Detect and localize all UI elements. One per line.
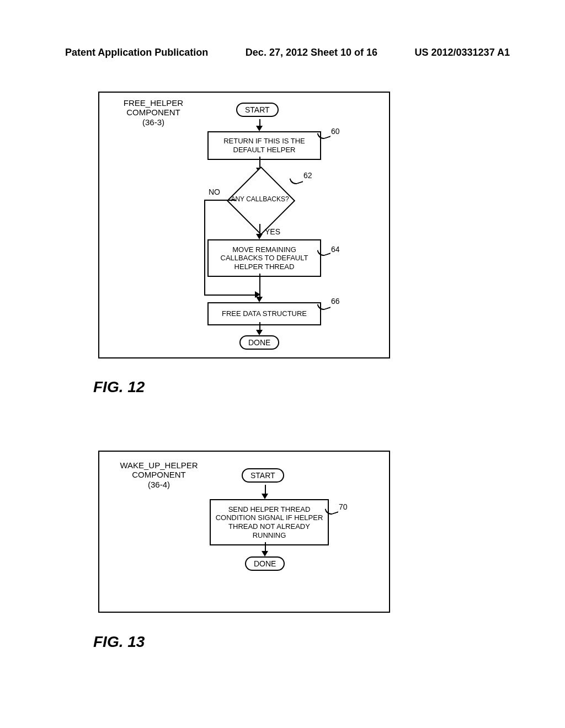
fig12-ref-60: 60 — [331, 127, 340, 136]
connector — [204, 200, 236, 201]
fig12-start: START — [236, 103, 279, 117]
fig12-step-64: MOVE REMAINING CALLBACKS TO DEFAULT HELP… — [207, 239, 321, 277]
arrow-down-icon — [262, 494, 268, 499]
fig13-done-text: DONE — [254, 559, 276, 568]
connector — [204, 295, 256, 296]
fig13-done: DONE — [245, 556, 285, 571]
fig13-step-70-text: SEND HELPER THREAD CONDITION SIGNAL IF H… — [214, 505, 324, 539]
fig12-ref-64: 64 — [331, 245, 340, 254]
fig12-title-l3: (36-3) — [142, 117, 164, 127]
arrow-down-icon — [256, 234, 263, 239]
fig12-decision-62-text: ANY CALLBACKS? — [221, 195, 299, 203]
fig13-title-l3: (36-4) — [148, 480, 170, 489]
connector — [259, 274, 260, 298]
fig12-step-66: FREE DATA STRUCTURE — [207, 302, 321, 325]
fig12-step-64-text: MOVE REMAINING CALLBACKS TO DEFAULT HELP… — [212, 245, 317, 271]
header-left: Patent Application Publication — [65, 47, 208, 58]
fig12-caption: FIG. 12 — [93, 378, 145, 396]
fig12-done: DONE — [239, 335, 279, 350]
fig12-ref-66: 66 — [331, 297, 340, 306]
arrow-down-icon — [256, 297, 263, 302]
fig12-done-text: DONE — [248, 338, 270, 347]
arrow-down-icon — [256, 126, 263, 131]
fig13-ref-70: 70 — [339, 502, 348, 511]
fig13-title-l1: WAKE_UP_HELPER — [120, 461, 198, 470]
fig13-title: WAKE_UP_HELPER COMPONENT (36-4) — [109, 461, 209, 489]
fig13-caption: FIG. 13 — [93, 633, 145, 651]
arrow-down-icon — [256, 330, 263, 335]
page-header: Patent Application Publication Dec. 27, … — [65, 47, 510, 58]
ref-tick-icon — [289, 175, 303, 186]
fig13-start-text: START — [250, 471, 275, 480]
fig12-panel: FREE_HELPER COMPONENT (36-3) START RETUR… — [98, 92, 390, 358]
page: Patent Application Publication Dec. 27, … — [0, 0, 565, 728]
fig12-title-l1: FREE_HELPER — [124, 98, 183, 108]
fig13-title-l2: COMPONENT — [132, 470, 186, 479]
fig12-title: FREE_HELPER COMPONENT (36-3) — [109, 98, 198, 127]
fig12-step-60: RETURN IF THIS IS THE DEFAULT HELPER — [207, 131, 321, 160]
connector — [259, 224, 260, 235]
fig12-step-66-text: FREE DATA STRUCTURE — [222, 309, 307, 318]
header-right: US 2012/0331237 A1 — [415, 47, 510, 58]
fig13-panel: WAKE_UP_HELPER COMPONENT (36-4) START SE… — [98, 451, 390, 613]
connector — [204, 200, 205, 295]
arrow-down-icon — [262, 551, 268, 556]
fig12-ref-62: 62 — [303, 171, 312, 180]
fig12-yes-label: YES — [265, 227, 280, 236]
fig13-start: START — [242, 468, 284, 483]
header-center: Dec. 27, 2012 Sheet 10 of 16 — [246, 47, 377, 58]
fig12-start-text: START — [245, 105, 270, 114]
fig12-no-label: NO — [209, 188, 220, 196]
fig12-title-l2: COMPONENT — [126, 108, 180, 117]
fig12-step-60-text: RETURN IF THIS IS THE DEFAULT HELPER — [212, 137, 317, 154]
fig13-step-70: SEND HELPER THREAD CONDITION SIGNAL IF H… — [210, 499, 329, 545]
